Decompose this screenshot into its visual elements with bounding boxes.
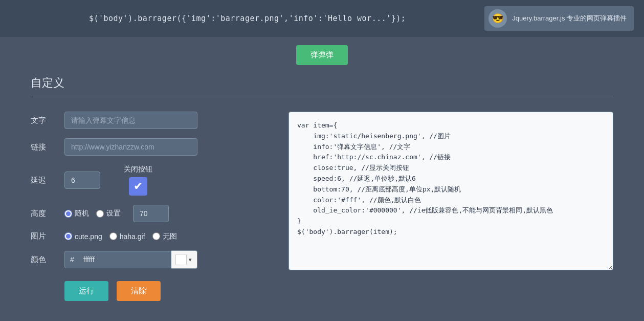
color-swatch xyxy=(175,254,187,265)
top-code-text: $('body').barrager({'img':'barrager.png'… xyxy=(10,14,484,23)
color-input[interactable] xyxy=(79,251,171,268)
code-panel[interactable]: var item={ img:'static/heisenberg.png', … xyxy=(288,112,613,270)
image-label: 图片 xyxy=(31,231,56,241)
radio-haha[interactable] xyxy=(109,232,117,240)
radio-none[interactable] xyxy=(152,232,160,240)
action-row: 运行 清除 xyxy=(31,281,276,301)
section-title: 自定义 xyxy=(0,75,644,96)
barrager-btn-row: 弹弹弹 xyxy=(0,37,644,75)
section-divider xyxy=(31,96,613,96)
color-row: 颜色 # ▼ xyxy=(31,250,276,269)
close-btn-checkbox[interactable]: ✔ xyxy=(129,177,147,196)
image-radio-group: cute.png haha.gif 无图 xyxy=(64,232,177,241)
link-label: 链接 xyxy=(31,142,56,152)
text-input[interactable] xyxy=(64,112,197,129)
barrager-button[interactable]: 弹弹弹 xyxy=(296,45,348,65)
text-row: 文字 xyxy=(31,112,276,129)
height-radio-group: 随机 设置 xyxy=(64,205,169,222)
radio-set-label[interactable]: 设置 xyxy=(96,209,121,218)
color-picker-button[interactable]: ▼ xyxy=(171,250,197,269)
radio-random-label[interactable]: 随机 xyxy=(64,209,89,218)
radio-set[interactable] xyxy=(96,210,104,218)
close-btn-label-text: 关闭按钮 xyxy=(124,165,152,174)
color-input-group: # ▼ xyxy=(64,250,197,269)
height-row: 高度 随机 设置 xyxy=(31,205,276,222)
main-content: 文字 链接 延迟 关闭按钮 ✔ 高度 随机 xyxy=(0,106,644,316)
link-row: 链接 xyxy=(31,138,276,156)
top-brand: 😎 Jquery.barrager.js 专业的网页弹幕插件 xyxy=(484,6,634,31)
clear-button[interactable]: 清除 xyxy=(117,281,161,301)
height-input[interactable] xyxy=(133,205,169,222)
text-label: 文字 xyxy=(31,116,56,125)
color-label: 颜色 xyxy=(31,255,56,265)
radio-cute[interactable] xyxy=(64,232,72,240)
link-input[interactable] xyxy=(64,138,197,156)
radio-none-label[interactable]: 无图 xyxy=(152,232,177,241)
form-panel: 文字 链接 延迟 关闭按钮 ✔ 高度 随机 xyxy=(31,112,276,301)
height-label: 高度 xyxy=(31,209,56,219)
avatar: 😎 xyxy=(488,9,507,28)
delay-input[interactable] xyxy=(64,172,100,189)
radio-random[interactable] xyxy=(64,210,72,218)
delay-label: 延迟 xyxy=(31,176,56,185)
chevron-down-icon: ▼ xyxy=(188,257,193,263)
close-btn-group: 关闭按钮 ✔ xyxy=(124,165,152,196)
brand-label: Jquery.barrager.js 专业的网页弹幕插件 xyxy=(512,14,627,23)
image-row: 图片 cute.png haha.gif 无图 xyxy=(31,231,276,241)
color-hash: # xyxy=(64,251,79,268)
run-button[interactable]: 运行 xyxy=(64,281,108,301)
delay-row: 延迟 关闭按钮 ✔ xyxy=(31,165,276,196)
radio-cute-label[interactable]: cute.png xyxy=(64,232,102,241)
radio-haha-label[interactable]: haha.gif xyxy=(109,232,145,241)
top-bar: $('body').barrager({'img':'barrager.png'… xyxy=(0,0,644,37)
